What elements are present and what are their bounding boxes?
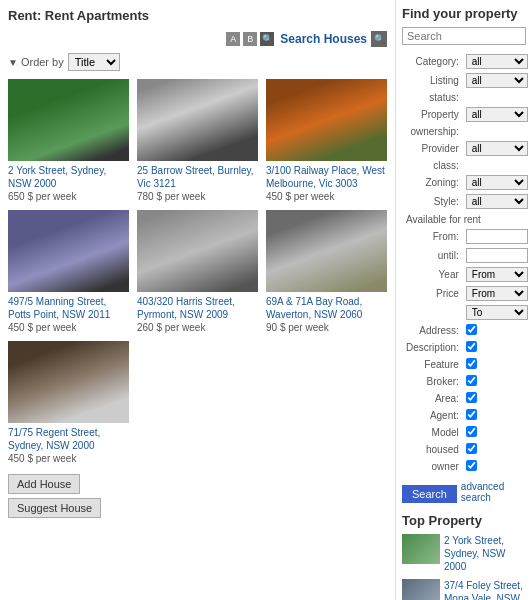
- price-to-select[interactable]: To: [466, 305, 528, 320]
- category-label: Category:: [404, 53, 462, 70]
- property-title[interactable]: 2 York Street, Sydney, NSW 2000: [8, 164, 129, 190]
- property-price: 90 $ per week: [266, 322, 387, 333]
- agent-checkbox[interactable]: [466, 409, 477, 420]
- top-property-image: [402, 579, 440, 600]
- add-house-button[interactable]: Add House: [8, 474, 80, 494]
- top-property-link[interactable]: 37/4 Foley Street, Mona Vale, NSW 2103: [444, 579, 526, 600]
- until-input[interactable]: [466, 248, 528, 263]
- model-checkbox[interactable]: [466, 426, 477, 437]
- property-card: 403/320 Harris Street, Pyrmont, NSW 2009…: [137, 210, 258, 333]
- property-card: 2 York Street, Sydney, NSW 2000 650 $ pe…: [8, 79, 129, 202]
- search-action-row: Search advanced search: [402, 481, 526, 503]
- property-image: [266, 210, 387, 292]
- provider-select[interactable]: all: [466, 141, 528, 156]
- property-image: [8, 210, 129, 292]
- year-select[interactable]: From200020052010: [466, 267, 528, 282]
- style-select[interactable]: all: [466, 194, 528, 209]
- category-select[interactable]: allresidentialcommercial: [466, 54, 528, 69]
- feature-checkbox[interactable]: [466, 358, 477, 369]
- property-select[interactable]: all: [466, 107, 528, 122]
- left-panel: Rent: Rent Apartments A B 🔍 Search House…: [0, 0, 395, 600]
- top-property-section: Top Property 2 York Street, Sydney, NSW …: [402, 513, 526, 600]
- class-label: class:: [404, 159, 462, 172]
- top-property-title: Top Property: [402, 513, 526, 528]
- search-input[interactable]: [402, 27, 526, 45]
- property-label: Property: [404, 106, 462, 123]
- model-label: Model: [404, 425, 462, 440]
- listing-label: Listing: [404, 72, 462, 89]
- property-title[interactable]: 69A & 71A Bay Road, Waverton, NSW 2060: [266, 295, 387, 321]
- search-houses-link[interactable]: Search Houses: [280, 32, 367, 46]
- property-price: 450 $ per week: [266, 191, 387, 202]
- zoning-select[interactable]: all: [466, 175, 528, 190]
- property-price: 260 $ per week: [137, 322, 258, 333]
- property-image: [137, 210, 258, 292]
- right-panel: Find your property Category: allresident…: [395, 0, 532, 600]
- top-property-item: 37/4 Foley Street, Mona Vale, NSW 2103: [402, 579, 526, 600]
- broker-checkbox[interactable]: [466, 375, 477, 386]
- search-bar: A B 🔍 Search Houses 🔍: [8, 31, 387, 47]
- feature-label: Feature: [404, 357, 462, 372]
- property-title[interactable]: 71/75 Regent Street, Sydney, NSW 2000: [8, 426, 129, 452]
- property-title[interactable]: 3/100 Railway Place, West Melbourne, Vic…: [266, 164, 387, 190]
- icon-b[interactable]: B: [243, 32, 257, 46]
- property-image: [266, 79, 387, 161]
- property-price: 450 $ per week: [8, 453, 129, 464]
- property-image: [8, 79, 129, 161]
- top-property-link[interactable]: 2 York Street, Sydney, NSW 2000: [444, 534, 526, 573]
- search-button[interactable]: Search: [402, 485, 457, 503]
- suggest-house-button[interactable]: Suggest House: [8, 498, 101, 518]
- ownership-label: ownership:: [404, 125, 462, 138]
- search-icon[interactable]: 🔍: [371, 31, 387, 47]
- price-label: Price: [404, 285, 462, 302]
- housed-label: housed: [404, 442, 462, 457]
- description-label: Description:: [404, 340, 462, 355]
- owner-label: owner: [404, 459, 462, 474]
- top-property-image: [402, 534, 440, 564]
- property-image: [8, 341, 129, 423]
- from-label: From:: [404, 228, 462, 245]
- property-title[interactable]: 497/5 Manning Street, Potts Point, NSW 2…: [8, 295, 129, 321]
- price-from-select[interactable]: From: [466, 286, 528, 301]
- bottom-buttons: Add House Suggest House: [8, 474, 387, 518]
- property-image: [137, 79, 258, 161]
- area-label: Area:: [404, 391, 462, 406]
- order-bar: ▼ Order by Title Price Date: [8, 53, 387, 71]
- agent-label: Agent:: [404, 408, 462, 423]
- icon-a[interactable]: A: [226, 32, 240, 46]
- listing-select[interactable]: all: [466, 73, 528, 88]
- zoning-label: Zoning:: [404, 174, 462, 191]
- order-label: Order by: [21, 56, 64, 68]
- property-card: 71/75 Regent Street, Sydney, NSW 2000 45…: [8, 341, 129, 464]
- from-input[interactable]: [466, 229, 528, 244]
- provider-label: Provider: [404, 140, 462, 157]
- property-grid: 2 York Street, Sydney, NSW 2000 650 $ pe…: [8, 79, 387, 464]
- property-price: 650 $ per week: [8, 191, 129, 202]
- top-property-item: 2 York Street, Sydney, NSW 2000: [402, 534, 526, 573]
- filter-form: Category: allresidentialcommercial Listi…: [402, 51, 532, 476]
- property-price: 450 $ per week: [8, 322, 129, 333]
- area-checkbox[interactable]: [466, 392, 477, 403]
- until-label: until:: [404, 247, 462, 264]
- advanced-search-link[interactable]: advanced search: [461, 481, 526, 503]
- page-title: Rent: Rent Apartments: [8, 8, 387, 23]
- order-select[interactable]: Title Price Date: [68, 53, 120, 71]
- price-to-spacer: [404, 304, 462, 321]
- housed-checkbox[interactable]: [466, 443, 477, 454]
- address-checkbox[interactable]: [466, 324, 477, 335]
- description-checkbox[interactable]: [466, 341, 477, 352]
- broker-label: Broker:: [404, 374, 462, 389]
- property-title[interactable]: 25 Barrow Street, Burnley, Vic 3121: [137, 164, 258, 190]
- property-card: 69A & 71A Bay Road, Waverton, NSW 2060 9…: [266, 210, 387, 333]
- available-label: Available for rent: [404, 212, 530, 226]
- address-label: Address:: [404, 323, 462, 338]
- status-label: status:: [404, 91, 462, 104]
- property-title[interactable]: 403/320 Harris Street, Pyrmont, NSW 2009: [137, 295, 258, 321]
- property-price: 780 $ per week: [137, 191, 258, 202]
- find-property-title: Find your property: [402, 6, 526, 21]
- owner-checkbox[interactable]: [466, 460, 477, 471]
- property-card: 497/5 Manning Street, Potts Point, NSW 2…: [8, 210, 129, 333]
- year-label: Year: [404, 266, 462, 283]
- icon-c[interactable]: 🔍: [260, 32, 274, 46]
- property-card: 25 Barrow Street, Burnley, Vic 3121 780 …: [137, 79, 258, 202]
